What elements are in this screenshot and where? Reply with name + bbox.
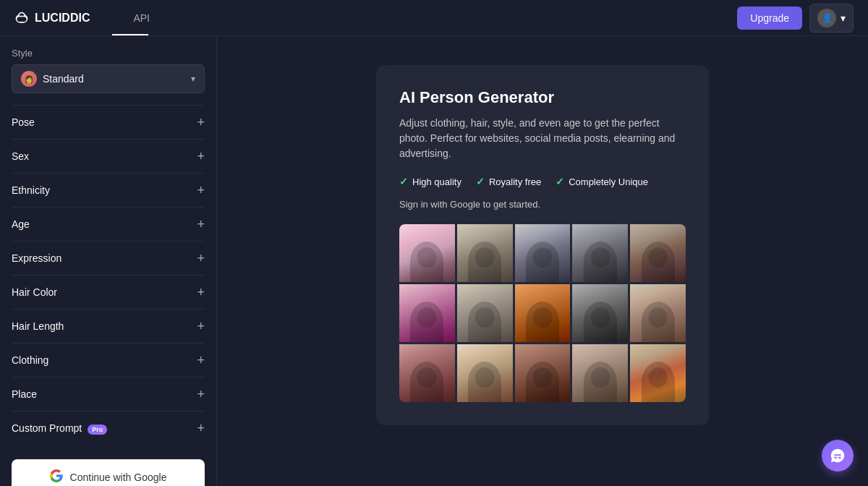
continue-with-google-button[interactable]: Continue with Google [12,459,205,486]
photo-cell-5 [630,224,686,282]
avatar: 👤 [817,9,836,27]
photo-cell-2 [457,224,513,282]
check-icon-1: ✓ [399,176,408,187]
accordion-hair-color[interactable]: Hair Color + [12,275,205,309]
upgrade-button[interactable]: Upgrade [737,7,802,30]
accordion-clothing[interactable]: Clothing + [12,343,205,377]
accordion-expression-expand-icon: + [197,252,205,265]
style-section: Style 👩 Standard ▾ [12,48,205,93]
accordion-ethnicity-label: Ethnicity [12,184,50,196]
accordion-ethnicity-expand-icon: + [197,184,205,197]
accordion-sex-expand-icon: + [197,150,205,163]
feature-unique-label: Completely Unique [569,176,648,187]
photo-cell-10 [630,284,686,342]
card-title: AI Person Generator [399,88,686,107]
accordion-place-expand-icon: + [197,388,205,401]
chat-fab-button[interactable] [822,440,854,472]
features-list: ✓ High quality ✓ Royality free ✓ Complet… [399,176,686,187]
accordion-sex[interactable]: Sex + [12,139,205,173]
accordion-hair-color-expand-icon: + [197,286,205,299]
photo-cell-11 [399,344,455,402]
photo-cell-9 [572,284,628,342]
header-left: LUCIDDIC API [14,9,150,27]
main-layout: Style 👩 Standard ▾ Pose + Sex + Ethnicit… [0,36,868,486]
sidebar-bottom: Continue with Google [12,445,205,486]
photo-cell-14 [572,344,628,402]
header: LUCIDDIC API Upgrade 👤 ▾ [0,0,868,36]
photo-cell-12 [457,344,513,402]
accordion-clothing-label: Clothing [12,354,48,366]
accordion-ethnicity[interactable]: Ethnicity + [12,173,205,207]
photo-cell-8 [515,284,571,342]
feature-unique: ✓ Completely Unique [556,176,648,187]
photo-cell-4 [572,224,628,282]
accordion-hair-length-label: Hair Length [12,320,64,332]
pro-badge: Pro [88,425,107,435]
photo-cell-3 [515,224,571,282]
photo-cell-7 [457,284,513,342]
accordion-pose-label: Pose [12,116,35,128]
accordion-expression[interactable]: Expression + [12,241,205,275]
content-area: AI Person Generator Adjust clothing, hai… [217,36,868,486]
accordion-pose-expand-icon: + [197,116,205,129]
accordion-pose[interactable]: Pose + [12,105,205,139]
accordion-custom-prompt-label: Custom PromptPro [12,422,107,434]
chevron-down-icon: ▾ [191,74,195,84]
chevron-down-icon: ▾ [841,12,846,24]
accordion-hair-length[interactable]: Hair Length + [12,309,205,343]
continue-google-label: Continue with Google [70,472,167,483]
check-icon-2: ✓ [476,176,485,187]
nav-underline [112,34,148,35]
check-icon-3: ✓ [556,176,564,187]
style-value: Standard [43,73,84,85]
accordion-custom-prompt[interactable]: Custom PromptPro + [12,411,205,445]
photo-cell-15 [630,344,686,402]
accordion-expression-label: Expression [12,252,61,264]
photo-cell-13 [515,344,571,402]
logo-icon [14,11,29,25]
style-dropdown[interactable]: 👩 Standard ▾ [12,64,205,93]
feature-high-quality: ✓ High quality [399,176,461,187]
accordion-clothing-expand-icon: + [197,354,205,367]
photo-cell-1 [399,224,455,282]
style-dropdown-left: 👩 Standard [21,71,84,87]
sign-in-text: Sign in with Google to get started. [399,199,686,210]
header-right: Upgrade 👤 ▾ [737,4,854,33]
style-label: Style [12,48,205,59]
avatar-button[interactable]: 👤 ▾ [809,4,854,33]
accordion-hair-color-label: Hair Color [12,286,57,298]
accordion-age-label: Age [12,218,30,230]
card-description: Adjust clothing, hair, style, and even a… [399,116,686,161]
accordion-age[interactable]: Age + [12,207,205,241]
chat-icon [830,448,846,464]
accordion-place-label: Place [12,388,37,400]
accordion-custom-prompt-expand-icon: + [197,422,205,435]
logo-text: LUCIDDIC [35,12,90,25]
feature-royalty-free-label: Royality free [489,176,541,187]
google-icon [50,469,63,485]
logo[interactable]: LUCIDDIC [14,11,90,25]
photo-grid [399,224,686,402]
accordion-sex-label: Sex [12,150,29,162]
nav-api[interactable]: API [133,9,150,27]
accordion-age-expand-icon: + [197,218,205,231]
accordion-place[interactable]: Place + [12,377,205,411]
style-avatar-icon: 👩 [21,71,37,87]
feature-royalty-free: ✓ Royality free [476,176,541,187]
accordion-hair-length-expand-icon: + [197,320,205,333]
ai-person-card: AI Person Generator Adjust clothing, hai… [376,65,709,425]
feature-high-quality-label: High quality [412,176,461,187]
photo-cell-6 [399,284,455,342]
sidebar: Style 👩 Standard ▾ Pose + Sex + Ethnicit… [0,36,217,486]
